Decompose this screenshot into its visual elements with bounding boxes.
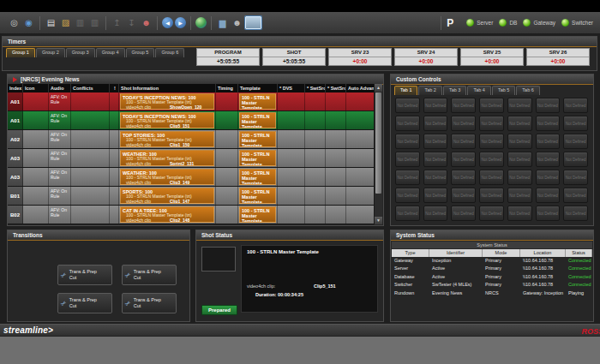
stop-all-icon[interactable]: ◎ xyxy=(8,16,21,29)
column-header-icon[interactable]: Icon xyxy=(23,84,49,92)
stats-icon[interactable]: ▆ xyxy=(216,16,229,29)
column-header-conflicts[interactable]: Conflicts xyxy=(71,84,110,92)
rundown-row[interactable]: A02AFV: OnRuleTOP STORIES: 100100 - STRL… xyxy=(8,130,376,149)
custom-control-button[interactable]: Not Defined xyxy=(563,206,588,221)
custom-control-button[interactable]: Not Defined xyxy=(507,134,532,149)
custom-control-button[interactable]: Not Defined xyxy=(451,116,476,131)
column-header-swtsrc-1[interactable]: * SwtSrc 1 xyxy=(326,84,346,92)
scrollbar-thumb[interactable] xyxy=(375,92,381,194)
custom-control-button[interactable]: Not Defined xyxy=(395,98,420,113)
cc-tab-tab-1[interactable]: Tab 1 xyxy=(394,86,417,95)
custom-control-button[interactable]: Not Defined xyxy=(507,116,532,131)
custom-control-button[interactable]: Not Defined xyxy=(451,206,476,221)
nav-forward-icon[interactable]: ▶ xyxy=(175,17,186,28)
cc-tab-tab-5[interactable]: Tab 5 xyxy=(492,86,515,95)
custom-control-button[interactable]: Not Defined xyxy=(479,206,504,221)
custom-control-button[interactable]: Not Defined xyxy=(423,152,448,167)
export-icon[interactable]: ↥ xyxy=(111,16,123,29)
custom-control-button[interactable]: Not Defined xyxy=(479,188,504,203)
transition-button[interactable]: ✂Trans & PrepCut xyxy=(122,265,177,285)
rundown-row[interactable]: B01AFV: OnRuleSPORTS: 100100 - STRLN Mas… xyxy=(8,187,376,206)
custom-control-button[interactable]: Not Defined xyxy=(479,98,504,113)
column-header-template[interactable]: Template xyxy=(238,84,278,92)
custom-control-button[interactable]: Not Defined xyxy=(536,98,561,113)
cc-tab-tab-6[interactable]: Tab 6 xyxy=(516,86,539,95)
cc-tab-tab-3[interactable]: Tab 3 xyxy=(443,86,466,95)
custom-control-button[interactable]: Not Defined xyxy=(423,188,448,203)
custom-control-button[interactable]: Not Defined xyxy=(536,134,561,149)
column-header-timing[interactable]: Timing xyxy=(216,84,238,92)
new-document-icon[interactable]: ▤ xyxy=(45,16,57,29)
timer-tab-group-4[interactable]: Group 4 xyxy=(96,48,125,57)
custom-control-button[interactable]: Not Defined xyxy=(479,170,504,185)
timer-tab-group-1[interactable]: Group 1 xyxy=(6,48,35,57)
column-header-[interactable]: ! xyxy=(110,84,119,92)
custom-control-button[interactable]: Not Defined xyxy=(479,134,504,149)
open-folder-icon[interactable]: ▨ xyxy=(59,16,72,29)
rundown-row[interactable]: B02AFV: OnRuleCAT IN A TREE: 100100 - ST… xyxy=(8,206,376,224)
custom-control-button[interactable]: Not Defined xyxy=(563,152,588,167)
scroll-down-icon[interactable]: ▼ xyxy=(375,217,382,224)
column-header-dvs[interactable]: * DVS xyxy=(278,84,305,92)
custom-control-button[interactable]: Not Defined xyxy=(423,98,448,113)
custom-control-button[interactable]: Not Defined xyxy=(395,188,420,203)
cc-tab-tab-2[interactable]: Tab 2 xyxy=(418,86,441,95)
custom-control-button[interactable]: Not Defined xyxy=(451,188,476,203)
custom-control-button[interactable]: Not Defined xyxy=(536,152,561,167)
custom-control-button[interactable]: Not Defined xyxy=(536,206,561,221)
custom-control-button[interactable]: Not Defined xyxy=(451,152,476,167)
custom-control-button[interactable]: Not Defined xyxy=(423,170,448,185)
user-icon[interactable]: ☻ xyxy=(231,16,243,29)
custom-control-button[interactable]: Not Defined xyxy=(423,206,448,221)
custom-control-button[interactable]: Not Defined xyxy=(395,170,420,185)
custom-control-button[interactable]: Not Defined xyxy=(563,116,588,131)
cc-tab-tab-4[interactable]: Tab 4 xyxy=(467,86,490,95)
custom-control-button[interactable]: Not Defined xyxy=(395,152,420,167)
custom-control-button[interactable]: Not Defined xyxy=(395,134,420,149)
custom-control-button[interactable]: Not Defined xyxy=(507,206,532,221)
nav-back-icon[interactable]: ◀ xyxy=(162,17,173,28)
rundown-row[interactable]: A01AFV: OnRuleTODAY'S INCEPTION NEWS: 10… xyxy=(8,92,376,111)
custom-control-button[interactable]: Not Defined xyxy=(507,188,532,203)
custom-control-button[interactable]: Not Defined xyxy=(507,98,532,113)
custom-control-button[interactable]: Not Defined xyxy=(423,116,448,131)
custom-control-button[interactable]: Not Defined xyxy=(395,116,420,131)
globe-icon[interactable] xyxy=(195,17,207,28)
transition-button[interactable]: ✂Trans & PrepCut xyxy=(122,293,177,313)
scroll-up-icon[interactable]: ▲ xyxy=(375,84,382,92)
pause-all-icon[interactable]: ◉ xyxy=(22,16,35,29)
column-header-shot-information[interactable]: Shot Information xyxy=(119,84,216,92)
custom-control-button[interactable]: Not Defined xyxy=(536,188,561,203)
custom-control-button[interactable]: Not Defined xyxy=(423,134,448,149)
column-header-swtsrc-2[interactable]: * SwtSrc 2 xyxy=(305,84,326,92)
custom-control-button[interactable]: Not Defined xyxy=(563,170,588,185)
timer-tab-group-3[interactable]: Group 3 xyxy=(66,48,95,57)
monitor-icon[interactable] xyxy=(245,16,261,29)
custom-control-button[interactable]: Not Defined xyxy=(563,134,588,149)
duplicate-icon[interactable]: ▥ xyxy=(88,16,101,29)
transition-button[interactable]: ✂Trans & PrepCut xyxy=(57,293,112,313)
custom-control-button[interactable]: Not Defined xyxy=(507,170,532,185)
profile-badge[interactable]: P xyxy=(447,17,453,29)
column-header-auto-advance[interactable]: Auto Advance xyxy=(346,84,376,92)
rundown-scrollbar[interactable]: ▲ ▼ xyxy=(374,84,382,224)
custom-control-button[interactable]: Not Defined xyxy=(563,98,588,113)
column-header-audio[interactable]: Audio xyxy=(49,84,71,92)
custom-control-button[interactable]: Not Defined xyxy=(395,206,420,221)
user-permissions-icon[interactable]: ☻ xyxy=(140,16,153,29)
custom-control-button[interactable]: Not Defined xyxy=(451,98,476,113)
timer-tab-group-2[interactable]: Group 2 xyxy=(36,48,65,57)
rundown-row[interactable]: A01AFV: OnRuleTODAY'S INCEPTION NEWS: 10… xyxy=(8,111,376,130)
transition-button[interactable]: ✂Trans & PrepCut xyxy=(57,265,112,285)
rundown-row[interactable]: A03AFV: OnRuleWEATHER: 100100 - STRLN Ma… xyxy=(8,149,376,168)
timer-tab-group-5[interactable]: Group 5 xyxy=(126,48,155,57)
custom-control-button[interactable]: Not Defined xyxy=(451,134,476,149)
custom-control-button[interactable]: Not Defined xyxy=(479,152,504,167)
custom-control-button[interactable]: Not Defined xyxy=(536,170,561,185)
timer-tab-group-6[interactable]: Group 6 xyxy=(155,48,184,57)
custom-control-button[interactable]: Not Defined xyxy=(536,116,561,131)
custom-control-button[interactable]: Not Defined xyxy=(451,170,476,185)
import-icon[interactable]: ↧ xyxy=(125,16,138,29)
custom-control-button[interactable]: Not Defined xyxy=(563,188,588,203)
column-header-index[interactable]: Index xyxy=(8,84,23,92)
